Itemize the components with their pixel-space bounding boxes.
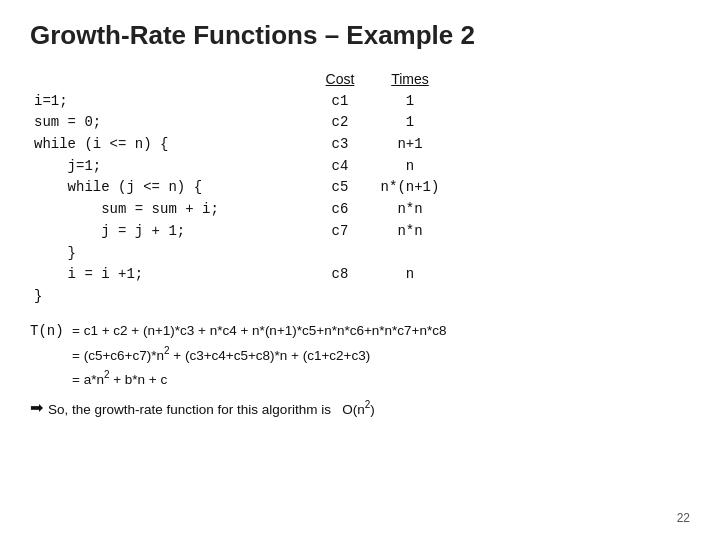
code-row-8: i = i +1; c8 n (30, 264, 450, 286)
page-number: 22 (30, 511, 690, 525)
code-row-1: sum = 0; c2 1 (30, 112, 450, 134)
code-row-0: i=1; c1 1 (30, 91, 450, 113)
cost-cell-5: c6 (310, 199, 370, 221)
code-cell-2: while (i <= n) { (30, 134, 310, 156)
page: Growth-Rate Functions – Example 2 Cost T… (0, 0, 720, 540)
conclusion-text: So, the growth-rate function for this al… (48, 397, 375, 420)
cost-cell-7 (310, 243, 370, 265)
cost-cell-9 (310, 286, 370, 308)
cost-cell-1: c2 (310, 112, 370, 134)
code-cell-7: } (30, 243, 310, 265)
code-row-7: } (30, 243, 450, 265)
code-cell-6: j = j + 1; (30, 221, 310, 243)
code-row-9: } (30, 286, 450, 308)
code-cell-4: while (j <= n) { (30, 177, 310, 199)
tn-eq-3: = a*n2 + b*n + c (72, 367, 167, 390)
code-table: Cost Times i=1; c1 1 sum = 0; c2 1 whil (30, 69, 690, 308)
code-cell-0: i=1; (30, 91, 310, 113)
tn-line-3: = a*n2 + b*n + c (30, 367, 690, 390)
cost-cell-6: c7 (310, 221, 370, 243)
code-cell-5: sum = sum + i; (30, 199, 310, 221)
code-row-6: j = j + 1; c7 n*n (30, 221, 450, 243)
tn-line-2: = (c5+c6+c7)*n2 + (c3+c4+c5+c8)*n + (c1+… (30, 343, 690, 366)
times-cell-9 (370, 286, 450, 308)
code-row-5: sum = sum + i; c6 n*n (30, 199, 450, 221)
times-cell-0: 1 (370, 91, 450, 113)
code-cell-9: } (30, 286, 310, 308)
bottom-section: T(n) = c1 + c2 + (n+1)*c3 + n*c4 + n*(n+… (30, 320, 690, 421)
code-cell-1: sum = 0; (30, 112, 310, 134)
times-cell-4: n*(n+1) (370, 177, 450, 199)
cost-cell-4: c5 (310, 177, 370, 199)
cost-cell-2: c3 (310, 134, 370, 156)
arrow-icon: ➡ (30, 395, 43, 421)
times-cell-5: n*n (370, 199, 450, 221)
cost-cell-3: c4 (310, 156, 370, 178)
times-cell-8: n (370, 264, 450, 286)
content-area: Cost Times i=1; c1 1 sum = 0; c2 1 whil (30, 69, 690, 511)
conclusion-line: ➡ So, the growth-rate function for this … (30, 395, 690, 421)
code-cell-3: j=1; (30, 156, 310, 178)
tn-label-1: T(n) (30, 320, 72, 342)
code-row-3: j=1; c4 n (30, 156, 450, 178)
cost-header: Cost (310, 69, 370, 91)
code-row-4: while (j <= n) { c5 n*(n+1) (30, 177, 450, 199)
cost-cell-8: c8 (310, 264, 370, 286)
times-cell-2: n+1 (370, 134, 450, 156)
code-cell-8: i = i +1; (30, 264, 310, 286)
times-cell-1: 1 (370, 112, 450, 134)
tn-eq-1: = c1 + c2 + (n+1)*c3 + n*c4 + n*(n+1)*c5… (72, 320, 447, 342)
page-title: Growth-Rate Functions – Example 2 (30, 20, 690, 51)
times-header: Times (370, 69, 450, 91)
code-row-2: while (i <= n) { c3 n+1 (30, 134, 450, 156)
times-cell-6: n*n (370, 221, 450, 243)
times-cell-7 (370, 243, 450, 265)
tn-eq-2: = (c5+c6+c7)*n2 + (c3+c4+c5+c8)*n + (c1+… (72, 343, 370, 366)
tn-line-1: T(n) = c1 + c2 + (n+1)*c3 + n*c4 + n*(n+… (30, 320, 690, 342)
times-cell-3: n (370, 156, 450, 178)
cost-cell-0: c1 (310, 91, 370, 113)
